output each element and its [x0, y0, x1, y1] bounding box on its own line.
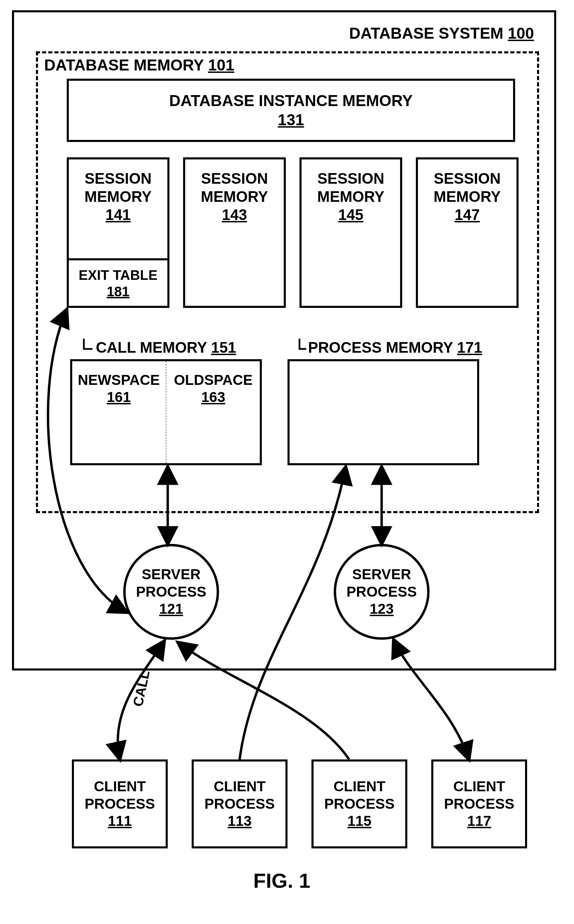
client-process-113: CLIENT PROCESS113 [192, 759, 287, 849]
client-process-115: CLIENT PROCESS115 [311, 759, 407, 849]
session-memory-143: SESSION MEMORY143 [183, 157, 286, 308]
exit-table-label: EXIT TABLE181 [79, 267, 158, 300]
server-process-label-123: SERVER PROCESS123 [336, 566, 427, 618]
newspace-label: NEWSPACE161 [78, 371, 160, 406]
session-memory-label-141: SESSION MEMORY141 [69, 159, 167, 224]
newspace-box: NEWSPACE161 [72, 361, 167, 463]
oldspace-box: OLDSPACE163 [167, 361, 260, 463]
client-process-label-117: CLIENT PROCESS117 [433, 778, 525, 830]
call-memory-box: NEWSPACE161 OLDSPACE163 [70, 359, 262, 465]
client-process-label-115: CLIENT PROCESS115 [314, 778, 405, 830]
server-process-121: SERVER PROCESS121 [123, 544, 219, 640]
client-process-label-113: CLIENT PROCESS113 [194, 778, 285, 830]
session-memory-141: SESSION MEMORY141 EXIT TABLE181 [67, 157, 169, 308]
client-process-117: CLIENT PROCESS117 [431, 759, 527, 849]
figure-label: FIG. 1 [253, 869, 311, 893]
exit-table: EXIT TABLE181 [67, 258, 169, 308]
client-process-111: CLIENT PROCESS111 [72, 759, 168, 849]
process-memory-box [287, 359, 479, 465]
database-system-title: DATABASE SYSTEM 100 [349, 24, 534, 43]
session-memory-145: SESSION MEMORY145 [300, 157, 402, 308]
diagram-canvas: DATABASE SYSTEM 100 DATABASE MEMORY 101 … [7, 7, 567, 910]
instance-memory-label: DATABASE INSTANCE MEMORY131 [169, 91, 412, 129]
session-memory-label-143: SESSION MEMORY143 [185, 159, 284, 224]
server-process-123: SERVER PROCESS123 [334, 544, 430, 640]
session-memory-label-145: SESSION MEMORY145 [301, 159, 400, 224]
server-process-label-121: SERVER PROCESS121 [126, 566, 217, 618]
oldspace-label: OLDSPACE163 [174, 371, 252, 406]
process-memory-title: PROCESS MEMORY 171 [308, 339, 482, 357]
call-label: CALL [130, 669, 153, 708]
client-process-label-111: CLIENT PROCESS111 [74, 778, 166, 830]
call-memory-title: CALL MEMORY 151 [96, 339, 236, 357]
session-memory-147: SESSION MEMORY147 [416, 157, 519, 308]
database-memory-title: DATABASE MEMORY 101 [43, 56, 236, 75]
session-memory-label-147: SESSION MEMORY147 [418, 159, 517, 224]
instance-memory-box: DATABASE INSTANCE MEMORY131 [67, 79, 515, 142]
